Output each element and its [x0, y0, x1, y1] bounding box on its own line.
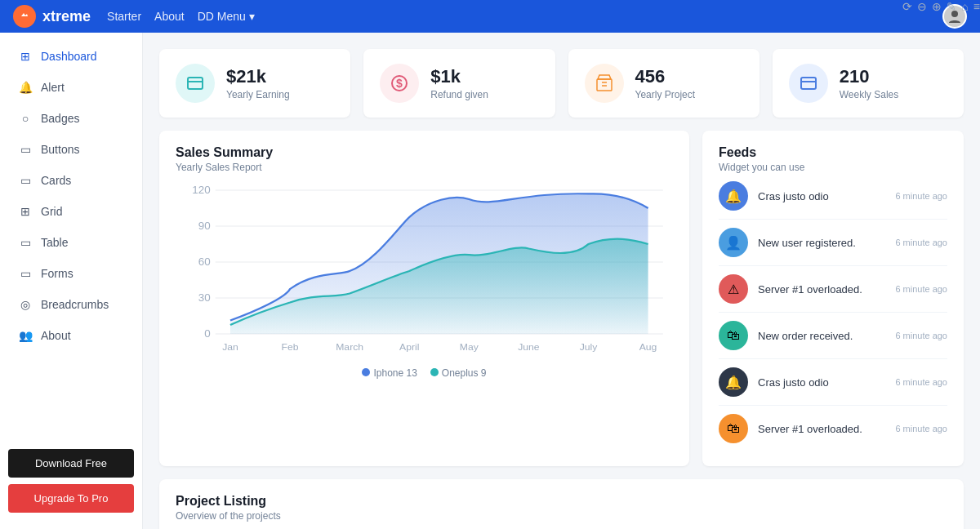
sidebar-bottom: Download Free Upgrade To Pro [0, 441, 142, 521]
feed-avatar-3: 🛍 [719, 321, 748, 350]
sidebar-item-breadcrumbs[interactable]: ◎ Breadcrumbs [5, 290, 137, 319]
legend-label-oneplus: Oneplus 9 [442, 367, 487, 379]
grid-icon: ⊞ [18, 205, 33, 218]
main-content: $21k Yearly Earning $ $1k Refund given [143, 33, 980, 529]
feed-avatar-1: 👤 [719, 228, 748, 257]
svg-text:120: 120 [192, 184, 210, 196]
project-title: Project Listing [176, 494, 947, 509]
project-listing-card: Project Listing Overview of the projects… [159, 479, 964, 529]
refund-value: $1k [430, 66, 488, 87]
feeds-title: Feeds [719, 145, 947, 160]
legend-dot-oneplus [430, 368, 439, 376]
svg-rect-2 [188, 78, 203, 89]
feed-item-2: ⚠ Server #1 overloaded. 6 minute ago [719, 266, 947, 313]
sidebar-item-table[interactable]: ▭ Table [5, 228, 137, 257]
svg-text:30: 30 [198, 292, 211, 304]
sidebar-label-alert: Alert [41, 81, 65, 94]
buttons-icon: ▭ [18, 143, 33, 156]
sidebar-label-forms: Forms [41, 267, 74, 280]
sidebar-item-cards[interactable]: ▭ Cards [5, 166, 137, 195]
feed-item-5: 🛍 Server #1 overloaded. 6 minute ago [719, 406, 947, 451]
chart-svg: 120 90 60 30 0 Jan Feb March April May J… [176, 181, 673, 361]
sidebar-label-badges: Badges [41, 112, 79, 125]
sidebar-item-alert[interactable]: 🔔 Alert [5, 73, 137, 102]
layout: ⊞ Dashboard 🔔 Alert ○ Badges ▭ Buttons ▭… [0, 33, 980, 529]
sales-label: Weekly Sales [840, 89, 898, 100]
feed-time-1: 6 minute ago [895, 238, 947, 247]
legend-label-iphone: Iphone 13 [373, 367, 416, 379]
svg-text:Aug: Aug [639, 341, 657, 351]
badges-icon: ○ [18, 112, 33, 125]
chart-subtitle: Yearly Sales Report [176, 162, 273, 173]
sidebar-item-badges[interactable]: ○ Badges [5, 104, 137, 133]
stat-card-earning: $21k Yearly Earning [159, 49, 350, 118]
feed-text-3: New order received. [758, 330, 885, 342]
chart-area: 120 90 60 30 0 Jan Feb March April May J… [176, 181, 673, 361]
feeds-subtitle: Widget you can use [719, 162, 947, 173]
svg-text:June: June [518, 341, 539, 351]
stat-card-sales: 210 Weekly Sales [773, 49, 964, 118]
refund-label: Refund given [430, 89, 488, 100]
topnav-links: Starter About DD Menu ▾ [107, 10, 255, 23]
sidebar-item-grid[interactable]: ⊞ Grid [5, 197, 137, 226]
dashboard-icon: ⊞ [18, 50, 33, 63]
feed-time-5: 6 minute ago [895, 424, 947, 433]
cards-icon: ▭ [18, 174, 33, 187]
refund-icon: $ [380, 64, 419, 103]
download-free-button[interactable]: Download Free [8, 449, 134, 478]
project-subtitle: Overview of the projects [176, 510, 947, 522]
sidebar-item-forms[interactable]: ▭ Forms [5, 259, 137, 288]
stat-card-project: 456 Yearly Project [568, 49, 760, 118]
breadcrumbs-icon: ◎ [18, 298, 33, 311]
about-icon: 👥 [18, 329, 33, 342]
sidebar-label-about: About [41, 329, 71, 342]
middle-row: Sales Summary Yearly Sales Report ⟳ ⊖ ⊕ … [159, 131, 964, 466]
topnav-left: xtreme Starter About DD Menu ▾ [13, 5, 255, 28]
svg-text:Feb: Feb [282, 341, 299, 351]
nav-link-about[interactable]: About [154, 10, 185, 23]
feed-time-2: 6 minute ago [895, 284, 947, 294]
feed-item-1: 👤 New user registered. 6 minute ago [719, 220, 947, 266]
top-navigation: xtreme Starter About DD Menu ▾ [0, 0, 980, 33]
svg-text:$: $ [396, 77, 403, 90]
stat-card-refund: $ $1k Refund given [363, 49, 555, 118]
sidebar: ⊞ Dashboard 🔔 Alert ○ Badges ▭ Buttons ▭… [0, 33, 143, 529]
nav-link-starter[interactable]: Starter [107, 10, 141, 23]
earning-icon [176, 64, 215, 103]
sidebar-item-buttons[interactable]: ▭ Buttons [5, 135, 137, 164]
project-label: Yearly Project [635, 89, 696, 100]
table-icon: ▭ [18, 236, 33, 249]
feeds-card: Feeds Widget you can use 🔔 Cras justo od… [702, 131, 964, 466]
sidebar-item-dashboard[interactable]: ⊞ Dashboard [5, 42, 137, 71]
svg-text:May: May [460, 341, 479, 351]
svg-text:March: March [336, 341, 363, 351]
table-header: Team Lead Project Status Weeks Budget [176, 522, 947, 529]
svg-text:90: 90 [198, 220, 211, 232]
sidebar-label-breadcrumbs: Breadcrumbs [41, 298, 109, 311]
earning-label: Yearly Earning [226, 89, 290, 100]
earning-value: $21k [226, 66, 290, 87]
sidebar-label-grid: Grid [41, 205, 62, 218]
feed-avatar-0: 🔔 [719, 181, 748, 211]
feed-time-3: 6 minute ago [895, 331, 947, 340]
sales-icon [789, 64, 828, 103]
svg-text:0: 0 [204, 328, 210, 340]
feed-avatar-2: ⚠ [719, 274, 748, 304]
svg-rect-6 [597, 79, 612, 91]
svg-rect-7 [801, 78, 816, 89]
svg-text:July: July [580, 341, 598, 351]
feed-text-4: Cras justo odio [758, 376, 885, 389]
project-value: 456 [635, 66, 696, 87]
upgrade-pro-button[interactable]: Upgrade To Pro [8, 484, 134, 513]
sales-value: 210 [840, 66, 898, 87]
feed-text-1: New user registered. [758, 237, 885, 249]
chart-legend: Iphone 13 Oneplus 9 [176, 367, 673, 379]
brand-logo[interactable]: xtreme [13, 5, 91, 28]
feed-text-0: Cras justo odio [758, 190, 885, 202]
nav-link-ddmenu[interactable]: DD Menu ▾ [198, 10, 255, 23]
feed-item-4: 🔔 Cras justo odio 6 minute ago [719, 359, 947, 406]
sidebar-item-about[interactable]: 👥 About [5, 321, 137, 350]
forms-icon: ▭ [18, 267, 33, 280]
feed-time-4: 6 minute ago [895, 377, 947, 387]
sidebar-label-dashboard: Dashboard [41, 50, 97, 63]
